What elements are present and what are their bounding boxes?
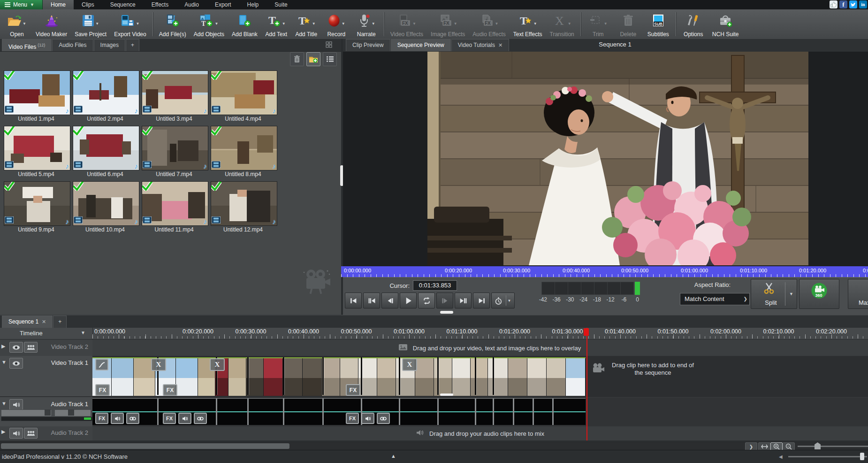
video-360-button[interactable]: 360 [799,279,839,309]
clip-boundary[interactable] [399,357,400,395]
audio-clip-boundary[interactable] [216,399,217,425]
collapse-left-icon[interactable]: ◀ [779,454,783,459]
audio-track-1-header[interactable]: ▼ Audio Track 1 [0,397,93,426]
link-badge[interactable] [194,413,207,424]
go-to-end-button[interactable] [473,293,490,309]
bin-item-thumbnail[interactable]: ♪ [73,70,139,115]
play-button[interactable] [400,293,417,309]
bin-item-thumbnail[interactable]: ♪ [142,70,208,115]
preview-tab-sequence-preview[interactable]: Sequence Preview [391,39,451,51]
bin-item-thumbnail[interactable]: ♪ [142,126,208,170]
preview-seek-bar[interactable]: 0:00:00.0000:00:20.0000:00:30.0000:00:40… [341,266,868,277]
audio-clip-boundary[interactable] [475,399,476,425]
menu-tab-home[interactable]: Home [43,0,74,9]
collapse-icon[interactable]: ▼ [1,359,7,365]
video-track-1-header[interactable]: ▼ Video Track 1 [0,356,93,396]
audio-clip-boundary[interactable] [247,399,249,425]
panel-grid-icon[interactable] [326,41,332,49]
preview-tab-video-tutorials[interactable]: Video Tutorials✕ [451,39,509,51]
track-visibility-button[interactable] [9,342,23,353]
horizontal-splitter-handle[interactable] [440,311,453,314]
delete-clip-button[interactable] [290,52,304,66]
audio-clip-boundary[interactable] [552,399,554,425]
step-back-button[interactable] [381,293,398,309]
expand-up-icon[interactable]: ▲ [391,453,396,459]
subtitles-button[interactable]: SUBSubtitles [643,9,673,39]
transition-badge[interactable]: X [402,358,417,371]
video-maker-button[interactable]: Video Maker [32,9,71,39]
bin-tab-video-files[interactable]: Video Files(12) [2,39,52,51]
menu-tab-effects[interactable]: Effects [144,0,176,9]
close-icon[interactable]: ✕ [42,319,46,324]
video-track-2-header[interactable]: ▶ Video Track 2 [0,340,93,356]
audio-clip-boundary[interactable] [283,399,284,425]
bin-item-thumbnail[interactable]: ♪ [211,126,277,170]
open-button[interactable]: ▼Open [2,9,32,39]
audio-clip-boundary[interactable] [322,399,324,425]
audio-clip-boundary[interactable] [513,399,514,425]
timeline-zoom-slider[interactable] [798,446,868,447]
clip-fx-badge[interactable]: FX [346,384,360,396]
audio-clip-boundary[interactable] [493,399,494,425]
add-blank-button[interactable]: Add Blank [228,9,261,39]
status-slider-thumb[interactable] [860,453,864,460]
bin-tab-images[interactable]: Images [94,39,125,51]
add-text-button[interactable]: T▼Add Text [261,9,291,39]
close-icon[interactable]: ✕ [498,42,503,48]
split-button[interactable]: Split ▼ [751,279,797,309]
add-file-s--button[interactable]: Add File(s) [155,9,190,39]
text-effects-button[interactable]: T▼Text Effects [510,9,546,39]
audio-track-2-header[interactable]: ▶ Audio Track 2 [0,426,93,440]
menu-tab-suite[interactable]: Suite [266,0,295,9]
clip-boundary[interactable] [475,357,476,395]
save-project-button[interactable]: ▼Save Project [71,9,110,39]
next-clip-button[interactable] [455,293,472,309]
audio-fx-badge[interactable]: FX [95,413,108,424]
track-volume-slider[interactable] [1,409,52,417]
fade-curve-badge[interactable] [95,359,108,370]
audio-clips-strip[interactable]: FXFXFX [92,398,586,425]
add-folder-button[interactable] [306,52,320,66]
audio-clip-boundary[interactable] [399,399,400,425]
track-mute-button[interactable] [9,399,23,410]
bin-item-thumbnail[interactable]: ♪ [4,181,70,226]
menu-button[interactable]: Menu ▼ [0,0,43,9]
append-drop-zone[interactable]: Drag clip here to add to end of the sequ… [591,362,731,377]
expand-icon[interactable]: ▶ [1,343,5,349]
loop-button[interactable] [418,293,435,309]
menu-tab-export[interactable]: Export [207,0,239,9]
bin-item-thumbnail[interactable]: ♪ [4,126,70,170]
record-button[interactable]: ▼Record [321,9,351,39]
clip-fx-badge[interactable]: FX [95,384,110,396]
track-pan-slider[interactable] [54,409,91,417]
track-mute-button[interactable] [9,428,23,439]
timeline-mode-dropdown[interactable]: Timeline ▼ [0,328,93,339]
clip-boundary[interactable] [437,357,439,395]
transition-badge[interactable]: X [151,358,166,371]
collapse-icon[interactable]: ▼ [1,401,7,406]
list-view-button[interactable] [323,52,337,66]
narrate-button[interactable]: ▼Narrate [351,9,381,39]
transition-badge[interactable]: X [210,358,225,371]
twitter-icon[interactable] [849,0,857,8]
audio-track-1-body[interactable]: FXFXFX [92,397,868,426]
audio-clip-boundary[interactable] [157,399,159,425]
audio-track-2-body[interactable]: Drag and drop your audio clips here to m… [92,426,868,440]
speaker-badge[interactable] [178,413,191,424]
clip-boundary[interactable] [322,357,324,395]
nch-suite-button[interactable]: NCH Suite [708,9,743,39]
bin-item-thumbnail[interactable]: ♪ [73,181,139,226]
playhead-line[interactable] [586,328,587,440]
ruler-scale[interactable]: 0:00:00.0000:00:20.0000:00:30.0000:00:40… [92,328,868,339]
track-group-button[interactable] [24,342,38,353]
go-to-start-button[interactable] [345,293,362,309]
like-icon[interactable] [830,0,838,8]
aspect-ratio-select[interactable]: Match Content ❯ [680,293,750,305]
video-track-2-body[interactable]: Drag and drop your video, text and image… [92,340,868,356]
audio-fx-badge[interactable]: FX [163,413,176,424]
add-title-button[interactable]: T▼Add Title [291,9,321,39]
preview-tab-clip-preview[interactable]: Clip Preview [346,39,390,51]
clip-boundary[interactable] [247,357,249,395]
bin-item-thumbnail[interactable]: ♪ [4,70,70,115]
track-visibility-button[interactable] [9,358,23,369]
